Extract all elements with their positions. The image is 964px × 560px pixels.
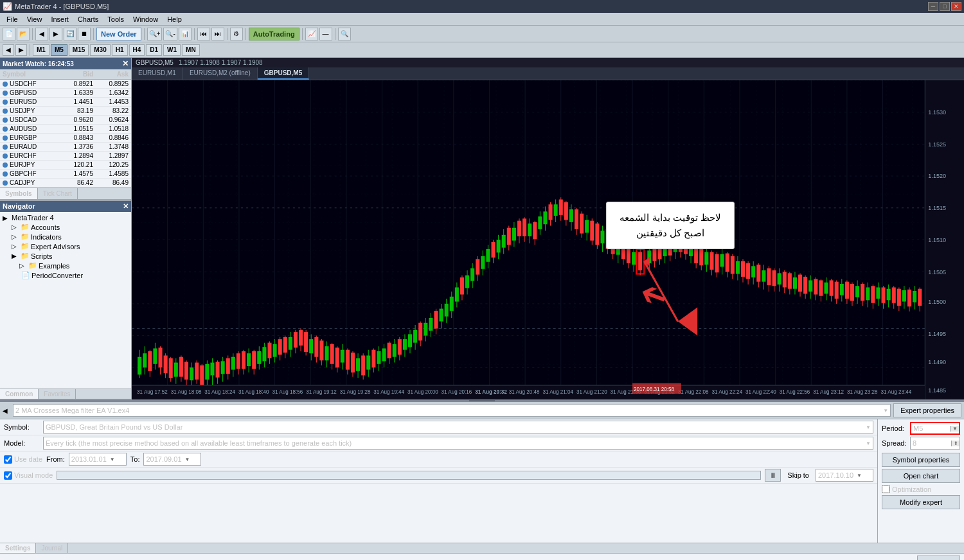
timeframe-mn[interactable]: MN: [182, 44, 200, 56]
chart-canvas[interactable]: 1.1530 1.1525 1.1520 1.1515 1.1510 1.150…: [132, 80, 964, 399]
from-date-input[interactable]: 2013.01.01 ▼: [69, 453, 127, 466]
timeframe-m30[interactable]: M30: [90, 44, 110, 56]
chart-symbol-info: GBPUSD,M5: [136, 59, 174, 66]
use-date-checkbox[interactable]: [4, 455, 12, 464]
chart-type[interactable]: 📊: [179, 28, 192, 40]
navigator-close[interactable]: ✕: [123, 202, 129, 211]
nav-indicators[interactable]: ▷ 📁 Indicators: [1, 232, 130, 241]
st-tab-settings[interactable]: Settings: [0, 543, 36, 553]
menu-window[interactable]: Window: [129, 15, 162, 24]
tab-tick-chart[interactable]: Tick Chart: [38, 188, 78, 199]
nav-period-converter[interactable]: 📄 PeriodConverter: [1, 270, 130, 280]
spread-spin[interactable]: ⬆: [951, 441, 960, 446]
chart-tab-gbpusd-m5[interactable]: GBPUSD,M5: [258, 67, 309, 80]
toolbar2-arrow-left[interactable]: ◀: [3, 44, 14, 56]
period-dropdown-btn[interactable]: ▼: [950, 426, 959, 432]
scroll-right[interactable]: ⏭: [211, 28, 224, 40]
menu-help[interactable]: Help: [163, 15, 186, 24]
market-watch-row[interactable]: USDCAD 0.9620 0.9624: [0, 116, 131, 125]
sep8: [335, 28, 335, 40]
timeframe-m5[interactable]: M5: [51, 44, 67, 56]
period-dropdown[interactable]: M5 ▼: [910, 422, 960, 435]
scroll-left[interactable]: ⏮: [197, 28, 210, 40]
nav-accounts[interactable]: ▷ 📁 Accounts: [1, 222, 130, 232]
market-watch-row[interactable]: EURJPY 120.21 120.25: [0, 161, 131, 170]
visual-mode-label[interactable]: Visual mode: [4, 471, 53, 480]
chart-zoom-in[interactable]: 🔍+: [147, 28, 163, 40]
market-watch-close[interactable]: ✕: [122, 59, 129, 68]
settings-btn[interactable]: ⚙: [230, 28, 243, 40]
nav-tab-common[interactable]: Common: [0, 389, 39, 399]
nav-examples[interactable]: ▷ 📁 Examples: [1, 261, 130, 270]
menu-charts[interactable]: Charts: [74, 15, 102, 24]
timeframe-h1[interactable]: H1: [112, 44, 128, 56]
refresh-button[interactable]: 🔄: [64, 28, 76, 40]
open-button[interactable]: 📂: [17, 28, 30, 40]
nav-tab-favorites[interactable]: Favorites: [39, 389, 76, 399]
st-tab-journal[interactable]: Journal: [36, 543, 68, 553]
auto-trading-button[interactable]: AutoTrading: [249, 28, 299, 40]
nav-expert-advisors[interactable]: ▷ 📁 Expert Advisors: [1, 241, 130, 251]
open-chart-button[interactable]: Open chart: [882, 469, 960, 483]
pause-button[interactable]: ⏸: [765, 469, 781, 482]
timeframe-w1[interactable]: W1: [163, 44, 181, 56]
symbol-properties-button[interactable]: Symbol properties: [882, 453, 960, 467]
ea-selector-dropdown[interactable]: 2 MA Crosses Mega filter EA V1.ex4 ▼: [13, 404, 891, 417]
start-button[interactable]: Start: [917, 556, 960, 560]
forward-button[interactable]: ▶: [49, 28, 62, 40]
use-date-label[interactable]: Use date: [4, 455, 42, 464]
optimization-label[interactable]: Optimization: [882, 485, 960, 493]
spread-input[interactable]: 8 ⬆: [910, 437, 960, 450]
market-watch-row[interactable]: USDCHF 0.8921 0.8925: [0, 80, 131, 89]
market-watch-row[interactable]: EURAUD 1.3736 1.3748: [0, 143, 131, 152]
menu-view[interactable]: View: [23, 15, 46, 24]
from-date-value: 2013.01.01: [69, 455, 109, 463]
st-toggle[interactable]: ◀: [3, 407, 10, 414]
mw-symbol: GBPUSD: [10, 89, 58, 96]
skip-to-input[interactable]: 2017.10.10 ▼: [816, 469, 873, 482]
market-watch-row[interactable]: EURCHF 1.2894 1.2897: [0, 152, 131, 161]
market-watch-row[interactable]: USDJPY 83.19 83.22: [0, 107, 131, 116]
to-date-input[interactable]: 2017.09.01 ▼: [143, 453, 201, 466]
nav-metatrader4[interactable]: ▶ MetaTrader 4: [1, 213, 130, 222]
market-watch-row[interactable]: GBPCHF 1.4575 1.4585: [0, 170, 131, 179]
new-button[interactable]: 📄: [3, 28, 15, 40]
menu-tools[interactable]: Tools: [103, 15, 128, 24]
chart-zoom-out[interactable]: 🔍-: [163, 28, 177, 40]
toolbar2-arrow-right[interactable]: ▶: [15, 44, 27, 56]
new-order-button[interactable]: New Order: [96, 28, 141, 40]
svg-rect-36: [143, 353, 147, 367]
menu-file[interactable]: File: [3, 15, 22, 24]
indicators-btn[interactable]: 📈: [305, 28, 318, 40]
search-btn[interactable]: 🔍: [338, 28, 351, 40]
modify-expert-button[interactable]: Modify expert: [882, 495, 960, 509]
tab-symbols[interactable]: Symbols: [0, 188, 38, 199]
symbol-dropdown[interactable]: GBPUSD, Great Britain Pound vs US Dollar…: [43, 421, 873, 433]
chart-tab-eurusd-m2[interactable]: EURUSD,M2 (offline): [183, 67, 258, 80]
market-watch-row[interactable]: EURUSD 1.4451 1.4453: [0, 98, 131, 107]
timeframe-d1[interactable]: D1: [146, 44, 162, 56]
menu-insert[interactable]: Insert: [47, 15, 73, 24]
line-btn[interactable]: —: [319, 28, 332, 40]
chart-tab-eurusd-m1[interactable]: EURUSD,M1: [132, 67, 183, 80]
svg-text:31 Aug 19:12: 31 Aug 19:12: [306, 389, 337, 395]
market-watch-row[interactable]: EURGBP 0.8843 0.8846: [0, 134, 131, 143]
timeframe-h4[interactable]: H4: [129, 44, 145, 56]
model-dropdown[interactable]: Every tick (the most precise method base…: [43, 437, 873, 450]
expert-properties-button[interactable]: Expert properties: [893, 403, 961, 417]
svg-rect-200: [569, 209, 573, 222]
close-button[interactable]: ✕: [951, 2, 961, 11]
maximize-button[interactable]: □: [940, 2, 950, 11]
market-watch-row[interactable]: CADJPY 86.42 86.49: [0, 179, 131, 188]
stop-button[interactable]: ⏹: [78, 28, 91, 40]
visual-mode-checkbox[interactable]: [4, 471, 12, 480]
market-watch-row[interactable]: AUDUSD 1.0515 1.0518: [0, 125, 131, 134]
back-button[interactable]: ◀: [35, 28, 48, 40]
timeframe-m1[interactable]: M1: [33, 44, 49, 56]
minimize-button[interactable]: ─: [928, 2, 938, 11]
market-watch-row[interactable]: GBPUSD 1.6339 1.6342: [0, 89, 131, 98]
timeframe-m15[interactable]: M15: [69, 44, 89, 56]
nav-scripts[interactable]: ▶ 📁 Scripts: [1, 251, 130, 261]
chart-tabs: EURUSD,M1 EURUSD,M2 (offline) GBPUSD,M5: [132, 67, 964, 80]
optimization-checkbox[interactable]: [882, 485, 890, 493]
